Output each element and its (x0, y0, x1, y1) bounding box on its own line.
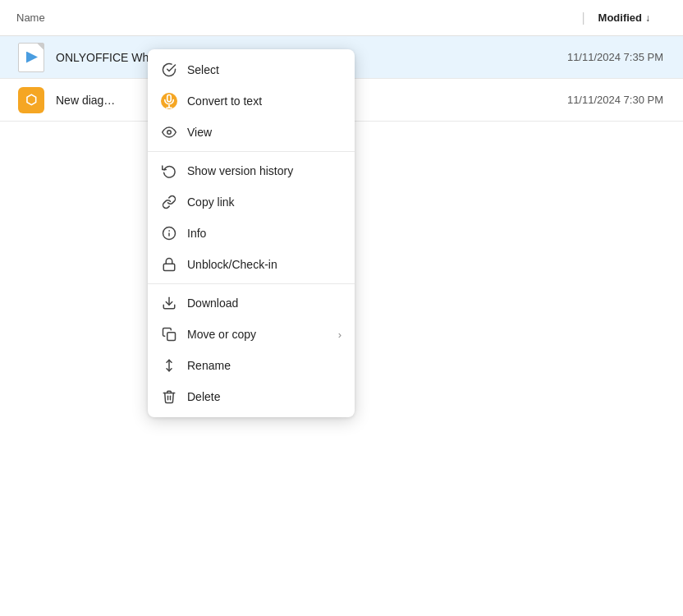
submenu-chevron-icon: › (338, 329, 342, 341)
menu-item-label: View (187, 126, 342, 139)
header-separator: | (581, 11, 584, 25)
svg-rect-0 (167, 95, 172, 102)
menu-item-label: Unblock/Check-in (187, 258, 342, 271)
svg-rect-7 (163, 264, 175, 270)
column-header-modified[interactable]: Modified ↓ (598, 11, 667, 24)
menu-item-info[interactable]: Info (148, 218, 355, 249)
file-modified: 11/11/2024 7:35 PM (567, 51, 667, 63)
menu-item-label: Move or copy (187, 328, 328, 341)
svg-point-5 (169, 231, 170, 232)
file-icon-diagram: ⬡ (16, 85, 46, 115)
menu-item-rename[interactable]: Rename (148, 350, 355, 381)
file-icon-presentation (16, 43, 46, 72)
menu-item-unblock-checkin[interactable]: Unblock/Check-in (148, 249, 355, 280)
trash-icon (161, 388, 177, 405)
file-modified: 11/11/2024 7:30 PM (567, 94, 667, 106)
history-icon (161, 163, 177, 179)
menu-item-label: Convert to text (187, 94, 342, 108)
column-header-name[interactable]: Name (16, 11, 581, 24)
menu-item-download[interactable]: Download (148, 287, 355, 319)
menu-item-label: Rename (187, 359, 342, 372)
menu-item-view[interactable]: View (148, 117, 355, 148)
menu-item-label: Select (187, 63, 342, 76)
eye-icon (161, 124, 177, 140)
rename-icon (161, 357, 177, 374)
mic-icon (161, 93, 177, 109)
menu-item-copy-link[interactable]: Copy link (148, 186, 355, 218)
lock-icon (161, 256, 177, 273)
context-menu: SelectConvert to textViewShow version hi… (148, 49, 355, 417)
menu-item-convert-to-text[interactable]: Convert to text (148, 85, 355, 117)
menu-item-label: Delete (187, 390, 342, 403)
menu-item-label: Copy link (187, 195, 342, 209)
sort-arrow-icon: ↓ (645, 12, 650, 24)
copy-icon (161, 326, 177, 342)
menu-divider (148, 151, 355, 152)
menu-item-label: Info (187, 227, 342, 240)
check-circle-icon (161, 62, 177, 78)
menu-item-move-or-copy[interactable]: Move or copy› (148, 319, 355, 350)
menu-item-select[interactable]: Select (148, 54, 355, 85)
menu-item-delete[interactable]: Delete (148, 381, 355, 412)
menu-item-show-version-history[interactable]: Show version history (148, 155, 355, 186)
menu-item-label: Show version history (187, 164, 342, 177)
svg-point-3 (167, 131, 172, 135)
link-icon (161, 194, 177, 210)
menu-divider (148, 283, 355, 284)
svg-rect-9 (167, 333, 176, 341)
menu-item-label: Download (187, 297, 342, 310)
download-icon (161, 295, 177, 311)
file-list-header: Name | Modified ↓ (0, 0, 683, 36)
info-circle-icon (161, 225, 177, 241)
